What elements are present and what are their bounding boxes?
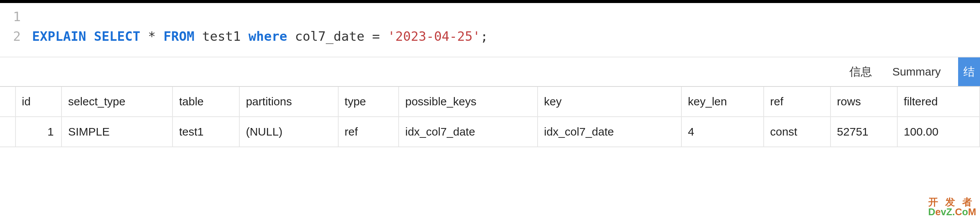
cell-key-len[interactable]: 4 bbox=[681, 117, 764, 147]
explain-result-table: id select_type table partitions type pos… bbox=[0, 87, 980, 147]
code-content[interactable]: EXPLAIN SELECT * FROM test1 where col7_d… bbox=[32, 29, 488, 44]
gap-cell bbox=[0, 117, 16, 147]
watermark-bottom: DevZ.CoM bbox=[928, 207, 976, 217]
keyword-where: where bbox=[248, 29, 287, 44]
cell-rows[interactable]: 52751 bbox=[830, 117, 897, 147]
cell-possible-keys[interactable]: idx_col7_date bbox=[399, 117, 538, 147]
tab-info[interactable]: 信息 bbox=[846, 57, 875, 86]
code-line-1[interactable]: 1 bbox=[0, 7, 980, 27]
cell-ref[interactable]: const bbox=[764, 117, 830, 147]
header-select-type[interactable]: select_type bbox=[62, 87, 172, 117]
code-line-2[interactable]: 2 EXPLAIN SELECT * FROM test1 where col7… bbox=[0, 27, 980, 46]
header-rows[interactable]: rows bbox=[830, 87, 897, 117]
keyword-explain: EXPLAIN bbox=[32, 29, 86, 44]
header-possible-keys[interactable]: possible_keys bbox=[399, 87, 538, 117]
header-partitions[interactable]: partitions bbox=[239, 87, 338, 117]
keyword-select: SELECT bbox=[94, 29, 140, 44]
cell-type[interactable]: ref bbox=[338, 117, 399, 147]
header-key-len[interactable]: key_len bbox=[681, 87, 764, 117]
tab-summary[interactable]: Summary bbox=[889, 57, 944, 86]
gap-header bbox=[0, 87, 16, 117]
cell-filtered[interactable]: 100.00 bbox=[897, 117, 980, 147]
table-header-row: id select_type table partitions type pos… bbox=[0, 87, 980, 117]
column-identifier: col7_date bbox=[295, 29, 364, 44]
cell-partitions[interactable]: (NULL) bbox=[239, 117, 338, 147]
cell-table[interactable]: test1 bbox=[172, 117, 239, 147]
table-identifier: test1 bbox=[202, 29, 240, 44]
window-topbar bbox=[0, 0, 980, 3]
header-key[interactable]: key bbox=[538, 87, 681, 117]
string-literal: '2023-04-25' bbox=[388, 29, 480, 44]
keyword-from: FROM bbox=[164, 29, 194, 44]
header-filtered[interactable]: filtered bbox=[897, 87, 980, 117]
header-id[interactable]: id bbox=[16, 87, 62, 117]
equals-operator: = bbox=[372, 29, 380, 44]
cell-select-type[interactable]: SIMPLE bbox=[62, 117, 172, 147]
watermark-top: 开 发 者 bbox=[928, 197, 976, 207]
sql-editor[interactable]: 1 2 EXPLAIN SELECT * FROM test1 where co… bbox=[0, 3, 980, 54]
header-type[interactable]: type bbox=[338, 87, 399, 117]
result-tabs: 信息 Summary 结 bbox=[0, 57, 980, 87]
cell-key[interactable]: idx_col7_date bbox=[538, 117, 681, 147]
line-number: 2 bbox=[0, 29, 32, 44]
tab-result[interactable]: 结 bbox=[958, 57, 980, 86]
cell-id[interactable]: 1 bbox=[16, 117, 62, 147]
header-table[interactable]: table bbox=[172, 87, 239, 117]
header-ref[interactable]: ref bbox=[764, 87, 830, 117]
line-number: 1 bbox=[0, 9, 32, 24]
table-row[interactable]: 1 SIMPLE test1 (NULL) ref idx_col7_date … bbox=[0, 117, 980, 147]
semicolon: ; bbox=[480, 29, 488, 44]
watermark: 开 发 者 DevZ.CoM bbox=[928, 197, 976, 217]
star-operator: * bbox=[148, 29, 156, 44]
